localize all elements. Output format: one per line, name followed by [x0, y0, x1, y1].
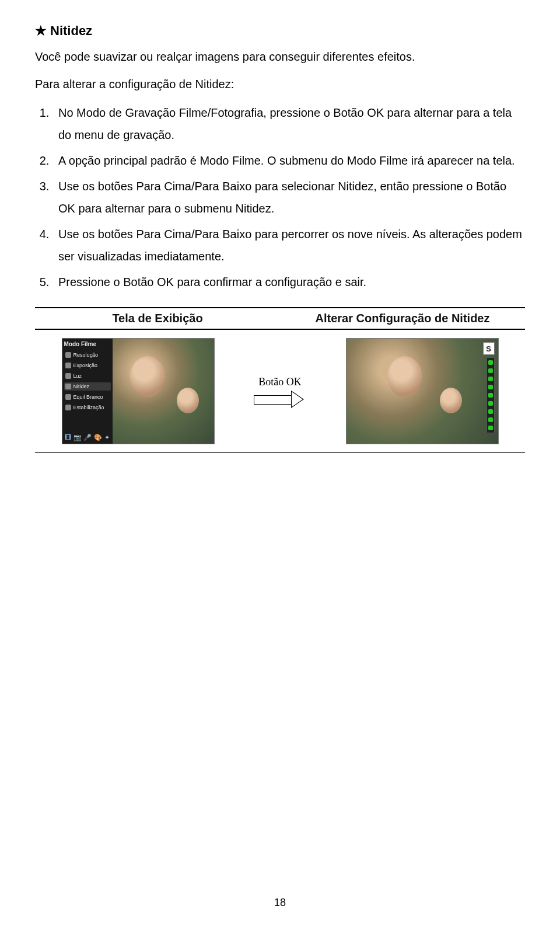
menu-item-icon [65, 384, 71, 389]
menu-title: Modo Filme [64, 341, 111, 349]
steps-list: No Modo de Gravação Filme/Fotografia, pr… [35, 102, 525, 293]
section-title: Nitidez [50, 23, 92, 39]
menu-item-icon [65, 373, 71, 379]
camera-mode-icon: 📷 [74, 434, 82, 441]
lead-text: Para alterar a configuração de Nitidez: [35, 78, 525, 91]
menu-item-icon [65, 394, 71, 400]
menu-item: Exposição [64, 361, 111, 370]
menu-item-icon [65, 363, 71, 368]
mic-mode-icon: 🎤 [83, 434, 92, 441]
palette-mode-icon: 🎨 [94, 434, 102, 441]
step-item: Use os botões Para Cima/Para Baixo para … [52, 223, 525, 267]
menu-item-icon [65, 352, 71, 358]
star-icon: ★ [35, 25, 47, 37]
step-item: Pressione o Botão OK para confirmar a co… [52, 271, 525, 293]
table-body-row: Modo Filme Resolução Exposição Luz Nitid… [35, 330, 525, 453]
arrow-label: Botão OK [258, 376, 302, 388]
cell-change-screen: S [319, 338, 525, 444]
intro-text: Você pode suavizar ou realçar imagens pa… [35, 50, 525, 64]
menu-item: Resolução [64, 351, 111, 359]
film-mode-icon: 🎞 [65, 434, 71, 441]
preview-photo: S [346, 339, 498, 444]
menu-panel: Modo Filme Resolução Exposição Luz Nitid… [62, 339, 113, 444]
table-header-row: Tela de Exibição Alterar Configuração de… [35, 307, 525, 330]
camera-screen-menu: Modo Filme Resolução Exposição Luz Nitid… [62, 338, 215, 444]
sharpness-level-bar [487, 357, 495, 433]
step-item: No Modo de Gravação Filme/Fotografia, pr… [52, 102, 525, 146]
arrow-right-icon [254, 392, 306, 407]
step-item: A opção principal padrão é Modo Filme. O… [52, 149, 525, 172]
menu-item: Luz [64, 372, 111, 380]
menu-item-icon [65, 405, 71, 410]
arrow-column: Botão OK [248, 376, 312, 407]
camera-screen-sharpness: S [346, 338, 499, 444]
menu-item-active: Nitidez [64, 382, 111, 391]
preview-photo [113, 339, 214, 444]
sharpness-badge: S [483, 342, 495, 355]
settings-mode-icon: ✦ [104, 434, 110, 441]
page-number: 18 [35, 897, 525, 909]
menu-item: Estabilização [64, 403, 111, 412]
step-item: Use os botões Para Cima/Para Baixo para … [52, 175, 525, 220]
table-header-change: Alterar Configuração de Nitidez [280, 308, 525, 329]
mode-icons-row: 🎞 📷 🎤 🎨 ✦ [64, 431, 111, 441]
cell-display-screen: Modo Filme Resolução Exposição Luz Nitid… [35, 338, 241, 444]
table-header-display: Tela de Exibição [35, 308, 280, 329]
menu-item: Equil Branco [64, 393, 111, 401]
